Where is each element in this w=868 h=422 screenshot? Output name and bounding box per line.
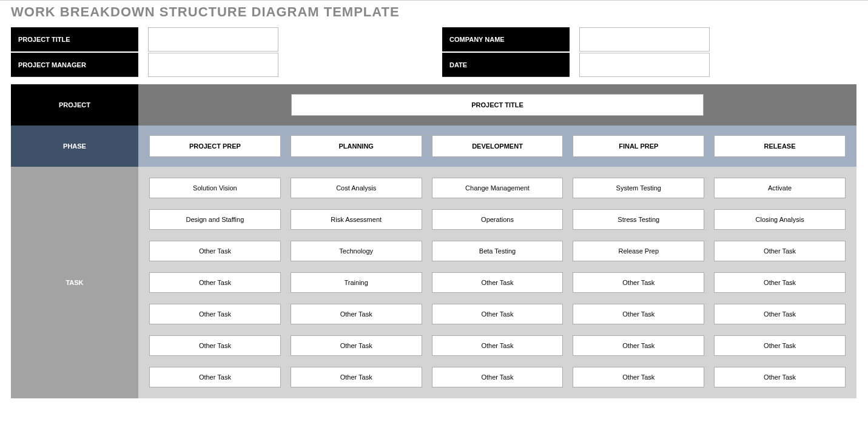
task-col-1: Cost Analysis Risk Assessment Technology… (291, 178, 422, 387)
task-row: TASK Solution Vision Design and Staffing… (11, 167, 856, 398)
phase-box[interactable]: PLANNING (291, 135, 422, 157)
task-col-3: System Testing Stress Testing Release Pr… (573, 178, 704, 387)
task-box[interactable]: Other Task (573, 335, 704, 356)
phase-box[interactable]: FINAL PREP (573, 135, 704, 157)
date-input[interactable] (579, 53, 710, 77)
task-box[interactable]: Release Prep (573, 241, 704, 261)
project-title-input[interactable] (148, 27, 278, 52)
task-box[interactable]: Design and Staffing (149, 209, 281, 230)
meta-row-2: PROJECT MANAGER DATE (11, 53, 868, 77)
task-box[interactable]: Closing Analysis (714, 209, 846, 230)
task-box[interactable]: Other Task (149, 304, 281, 324)
task-box[interactable]: Other Task (714, 367, 846, 387)
task-box[interactable]: Change Management (432, 178, 564, 198)
task-box[interactable]: Other Task (714, 304, 846, 324)
task-box[interactable]: Other Task (573, 272, 704, 293)
phase-row-label: PHASE (11, 126, 138, 167)
task-box[interactable]: Other Task (432, 304, 564, 324)
meta-row-1: PROJECT TITLE COMPANY NAME (11, 27, 868, 52)
task-col-4: Activate Closing Analysis Other Task Oth… (714, 178, 846, 387)
task-box[interactable]: Training (291, 272, 422, 293)
task-box[interactable]: Other Task (149, 335, 281, 356)
task-row-label: TASK (11, 167, 138, 398)
task-col-0: Solution Vision Design and Staffing Othe… (149, 178, 281, 387)
phase-box[interactable]: PROJECT PREP (149, 135, 281, 157)
task-box[interactable]: Other Task (714, 335, 846, 356)
task-box[interactable]: Solution Vision (149, 178, 281, 198)
task-box[interactable]: Risk Assessment (291, 209, 422, 230)
task-box[interactable]: Other Task (291, 335, 422, 356)
date-label: DATE (442, 53, 570, 77)
task-box[interactable]: Operations (432, 209, 564, 230)
task-box[interactable]: Other Task (149, 367, 281, 387)
task-col-2: Change Management Operations Beta Testin… (432, 178, 564, 387)
task-box[interactable]: Other Task (291, 304, 422, 324)
task-box[interactable]: Other Task (291, 367, 422, 387)
project-row: PROJECT PROJECT TITLE (11, 84, 856, 126)
company-name-input[interactable] (579, 27, 710, 52)
task-box[interactable]: Technology (291, 241, 422, 261)
task-box[interactable]: Other Task (714, 241, 846, 261)
task-box[interactable]: Other Task (714, 272, 846, 293)
task-box[interactable]: Other Task (149, 272, 281, 293)
task-box[interactable]: Other Task (149, 241, 281, 261)
project-title-box[interactable]: PROJECT TITLE (291, 94, 704, 116)
task-box[interactable]: Other Task (573, 367, 704, 387)
project-manager-label: PROJECT MANAGER (11, 53, 138, 77)
company-name-label: COMPANY NAME (442, 27, 570, 52)
task-box[interactable]: Stress Testing (573, 209, 704, 230)
phase-row: PHASE PROJECT PREP PLANNING DEVELOPMENT … (11, 126, 856, 167)
phase-box[interactable]: RELEASE (714, 135, 846, 157)
wbs-container: PROJECT PROJECT TITLE PHASE PROJECT PREP… (11, 84, 856, 398)
task-box[interactable]: Other Task (573, 304, 704, 324)
task-box[interactable]: Beta Testing (432, 241, 564, 261)
task-box[interactable]: Cost Analysis (291, 178, 422, 198)
page-title: WORK BREAKDOWN STRUCTURE DIAGRAM TEMPLAT… (11, 4, 868, 20)
task-box[interactable]: Other Task (432, 272, 564, 293)
task-box[interactable]: Activate (714, 178, 846, 198)
project-manager-input[interactable] (148, 53, 278, 77)
project-title-label: PROJECT TITLE (11, 27, 138, 52)
task-box[interactable]: Other Task (432, 367, 564, 387)
project-row-label: PROJECT (11, 84, 138, 126)
task-box[interactable]: Other Task (432, 335, 564, 356)
task-box[interactable]: System Testing (573, 178, 704, 198)
phase-box[interactable]: DEVELOPMENT (432, 135, 564, 157)
